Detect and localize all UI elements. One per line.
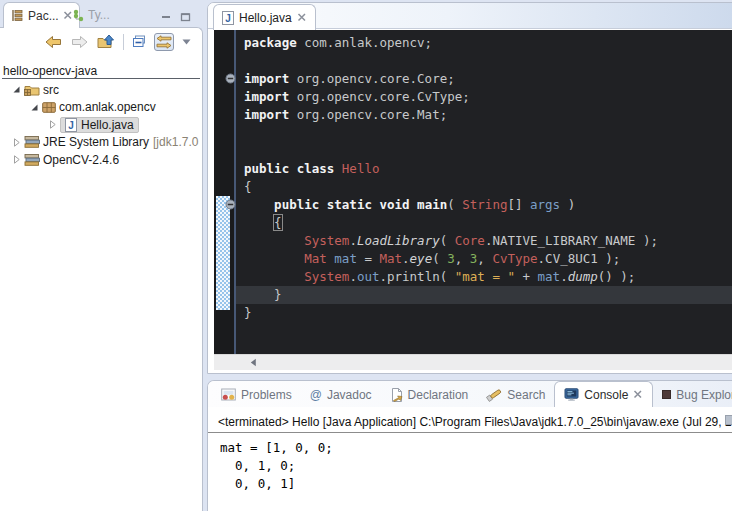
code-line-16: } (236, 304, 732, 322)
console-view: <terminated> Hello [Java Application] C:… (208, 407, 732, 511)
tab-hello-java[interactable]: J Hello.java (213, 4, 316, 30)
library-icon (24, 153, 40, 167)
view-tab-label: Pac... (28, 9, 59, 23)
tree-item-hello-opencv-java[interactable]: hello-opencv-java (2, 63, 200, 79)
code-line-1: package com.anlak.opencv; (236, 34, 732, 52)
view-tab-label: Search (507, 388, 545, 402)
console-output[interactable]: mat = [1, 0, 0; 0, 1, 0; 0, 0, 1] (208, 433, 732, 493)
close-icon[interactable] (633, 390, 643, 399)
code-line-10: public static void main( String[] args ) (236, 196, 732, 214)
panel-maximize-button[interactable] (180, 8, 191, 26)
tree-item-jre-system-library[interactable]: JRE System Library[jdk1.7.0 (0, 134, 202, 152)
code-line-13: Mat mat = Mat.eye( 3, 3, CvType.CV_8UC1 … (236, 250, 732, 268)
code-line-2 (236, 52, 732, 70)
console-toolbar-fragment (725, 415, 732, 425)
minimize-icon[interactable] (161, 12, 172, 22)
view-tab-ty[interactable]: Ty... (66, 2, 116, 28)
code-line-3: import org.opencv.core.Core; (236, 70, 732, 88)
link-with-editor-button[interactable] (154, 33, 174, 51)
fold-collapse-icon[interactable] (225, 199, 236, 210)
console-line-1: mat = [1, 0, 0; (220, 439, 732, 457)
panel-minimize-button[interactable] (161, 8, 172, 26)
view-menu-icon (182, 39, 191, 45)
svg-text:J: J (225, 12, 231, 23)
console-line-2: 0, 1, 0; (220, 457, 732, 475)
maximize-icon[interactable] (180, 12, 191, 22)
view-tab-label: Ty... (88, 8, 110, 22)
view-tab-search[interactable]: Search (477, 382, 554, 407)
editor-ruler (214, 30, 236, 355)
search-icon (486, 388, 502, 402)
project-label: hello-opencv-java (3, 64, 97, 78)
forward-button[interactable] (70, 34, 89, 50)
scroll-left-icon[interactable] (250, 358, 257, 367)
javadoc-icon: @ (310, 388, 322, 402)
code-line-14: System.out.println( "mat = " + mat.dump(… (236, 268, 732, 286)
code-line-11: { (236, 214, 732, 232)
console-icon (564, 388, 579, 401)
fold-collapse-icon[interactable] (225, 73, 236, 84)
code-line-8: public class Hello (236, 160, 732, 178)
tree-item-com-anlak-opencv[interactable]: com.anlak.opencv (0, 99, 202, 117)
tree-item-suffix: [jdk1.7.0 (153, 135, 198, 149)
back-button[interactable] (44, 34, 63, 50)
code-line-9: { (236, 178, 732, 196)
view-menu-button[interactable] (181, 38, 192, 46)
view-tab-label: Declaration (408, 388, 469, 402)
view-tab-bug-explorer[interactable]: Bug Explorer (653, 382, 732, 407)
package-explorer-panel: Pac...Ty... hello-opencv-javasrccom.anla… (0, 0, 203, 511)
package-explorer-icon (10, 9, 24, 22)
bottom-tabbar: Problems@JavadocDeclarationSearchConsole… (208, 381, 732, 407)
tree-item-label: OpenCV-2.4.6 (43, 153, 119, 167)
tree-item-label: src (43, 83, 59, 97)
code-editor[interactable]: package com.anlak.opencv;import org.open… (236, 30, 732, 355)
collapse-all-icon (132, 35, 146, 48)
package-explorer-toolbar (0, 28, 202, 55)
tree-item-src[interactable]: src (0, 81, 202, 99)
expand-arrow-icon[interactable] (10, 138, 22, 147)
declaration-icon (390, 388, 403, 402)
close-icon[interactable] (297, 13, 307, 22)
code-line-15: } (236, 286, 732, 304)
code-line-12: System.LoadLibrary( Core.NATIVE_LIBRARY_… (236, 232, 732, 250)
tree-item-opencv-2-4-6[interactable]: OpenCV-2.4.6 (0, 151, 202, 169)
back-arrow-icon (45, 35, 62, 49)
view-tab-problems[interactable]: Problems (212, 382, 301, 407)
expand-arrow-icon[interactable] (46, 120, 58, 129)
tree-item-label: com.anlak.opencv (59, 100, 156, 114)
forward-arrow-icon (71, 35, 88, 49)
tree-item-label: Hello.java (81, 118, 134, 132)
collapse-arrow-icon[interactable] (10, 85, 22, 94)
expand-arrow-icon[interactable] (10, 155, 22, 164)
code-area: package com.anlak.opencv;import org.open… (214, 30, 732, 355)
view-tab-console[interactable]: Console (554, 381, 653, 407)
problems-icon (221, 388, 236, 401)
view-tab-javadoc[interactable]: @Javadoc (301, 382, 381, 407)
up-folder-icon (97, 34, 115, 49)
package-icon (42, 102, 56, 113)
console-line-3: 0, 0, 1] (220, 475, 732, 493)
code-line-4: import org.opencv.core.CvType; (236, 88, 732, 106)
tree-item-label: JRE System Library (43, 135, 149, 149)
java-file-icon: J (65, 118, 77, 132)
editor-hscrollbar[interactable] (214, 354, 732, 370)
type-hierarchy-icon (72, 9, 84, 22)
view-tab-label: Console (584, 388, 628, 402)
view-tab-label: Javadoc (327, 388, 372, 402)
editor-tab-label: Hello.java (239, 11, 292, 25)
editor-part: J Hello.java package com.anlak.opencv;im… (207, 2, 732, 374)
tree-selection: JHello.java (60, 117, 139, 133)
collapse-all-button[interactable] (131, 34, 147, 49)
library-icon (24, 135, 40, 149)
view-tab-declaration[interactable]: Declaration (381, 382, 478, 407)
console-part: Problems@JavadocDeclarationSearchConsole… (207, 380, 732, 511)
go-up-button[interactable] (96, 33, 116, 50)
tree-item-hello-java[interactable]: JHello.java (0, 116, 202, 134)
project-tree: hello-opencv-javasrccom.anlak.opencvJHel… (0, 55, 202, 169)
panel-window-buttons (161, 8, 191, 26)
code-line-5: import org.opencv.core.Mat; (236, 106, 732, 124)
collapse-arrow-icon[interactable] (28, 103, 40, 112)
source-folder-icon (24, 83, 40, 96)
svg-text:J: J (68, 119, 74, 130)
java-file-icon: J (222, 11, 234, 25)
